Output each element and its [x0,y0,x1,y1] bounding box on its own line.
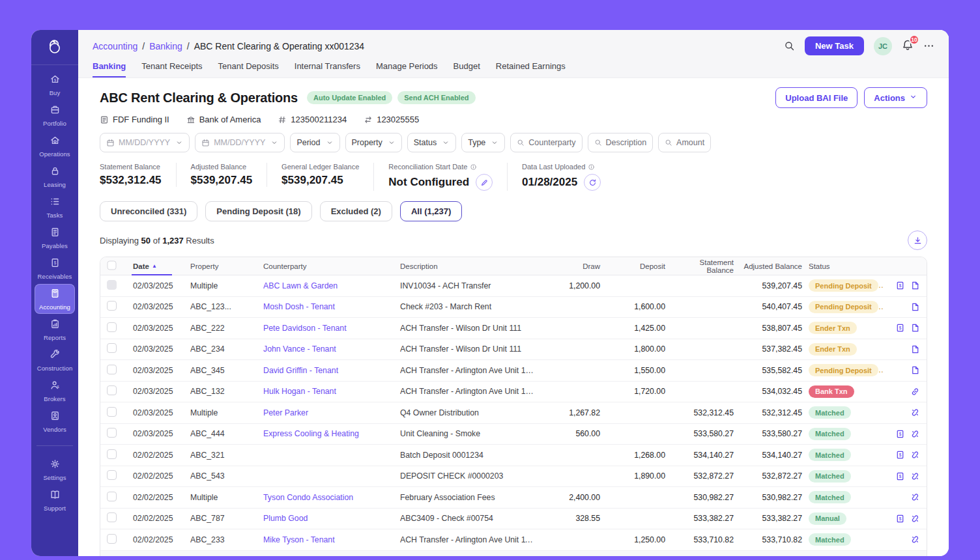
tab-budget[interactable]: Budget [454,61,480,77]
cell-counterparty[interactable]: John Vance - Tenant [263,344,400,354]
column-header-adjusted-balance[interactable]: Adjusted Balance [740,262,809,270]
sidebar-item-reports[interactable]: Reports [35,315,75,344]
sidebar-item-portfolio[interactable]: Portfolio [35,100,75,130]
file-icon[interactable] [910,323,920,333]
sidebar-item-leasing[interactable]: Leasing [35,161,75,191]
upload-bai-file-button[interactable]: Upload BAI File [775,87,857,108]
info-icon[interactable] [588,163,595,171]
tab-manage-periods[interactable]: Manage Periods [376,61,438,77]
row-checkbox[interactable] [107,449,117,459]
more-menu-icon[interactable] [923,40,934,51]
filter-dropdown-period[interactable]: Period [290,133,339,152]
pill-unreconciled-331[interactable]: Unreconciled (331) [100,201,197,221]
cell-counterparty[interactable]: Mosh Dosh - Tenant [263,302,400,311]
cell-counterparty[interactable]: David Griffin - Tenant [263,366,400,375]
unlink-icon[interactable] [910,535,920,544]
row-checkbox[interactable] [107,428,117,438]
breadcrumb-accounting[interactable]: Accounting [93,41,137,51]
row-checkbox[interactable] [107,365,117,374]
unlink-icon[interactable] [910,429,920,439]
date-to-input[interactable]: MM/DD/YYYY [195,133,285,152]
row-checkbox[interactable] [107,343,117,353]
sidebar-item-vendors[interactable]: Vendors [35,406,75,436]
tab-tenant-receipts[interactable]: Tenant Receipts [141,61,202,77]
receipt-icon[interactable]: $ [895,429,905,439]
unlink-icon[interactable] [910,514,920,524]
tab-tenant-deposits[interactable]: Tenant Deposits [218,61,279,77]
breadcrumb-banking[interactable]: Banking [149,41,182,51]
sidebar-item-receivables[interactable]: $Receivables [35,253,75,283]
tab-internal-transfers[interactable]: Internal Transfers [295,61,360,77]
column-header-statement-balance[interactable]: Statement Balance [672,259,740,274]
cell-counterparty[interactable]: Plumb Good [263,514,400,523]
sidebar-item-settings[interactable]: Settings [35,455,75,484]
pill-all-1-237[interactable]: All (1,237) [400,201,462,221]
filter-search-counterparty[interactable]: Counterparty [510,133,582,152]
row-checkbox[interactable] [107,534,117,544]
file-icon[interactable] [910,281,920,290]
row-checkbox[interactable] [107,407,117,417]
cell-counterparty[interactable]: Express Cooling & Heating [263,429,400,438]
receipt-icon[interactable]: $ [895,514,905,524]
sidebar-item-construction[interactable]: Construction [35,345,75,375]
refresh-button[interactable] [584,174,601,191]
filter-dropdown-type[interactable]: Type [461,133,505,152]
filter-search-amount[interactable]: Amount [658,133,711,152]
actions-button[interactable]: Actions [864,87,927,108]
receipt-icon[interactable]: $ [895,281,905,290]
select-all-checkbox[interactable] [108,261,117,270]
filter-dropdown-status[interactable]: Status [407,133,456,152]
pill-pending-deposit-18[interactable]: Pending Deposit (18) [205,201,311,221]
cell-counterparty[interactable]: Tyson Condo Association [263,493,400,502]
receipt-icon[interactable]: $ [895,450,905,460]
sidebar-item-buy[interactable]: $Buy [35,70,75,100]
row-checkbox[interactable] [107,470,117,480]
date-from-input[interactable]: MM/DD/YYYY [100,133,190,152]
link-icon[interactable] [910,387,920,397]
column-header-draw[interactable]: Draw [541,262,607,270]
sidebar-item-accounting[interactable]: Accounting [35,284,75,314]
sidebar-item-operations[interactable]: Operations [35,131,75,161]
cell-counterparty[interactable]: ABC Lawn & Garden [263,281,400,290]
sidebar-item-payables[interactable]: Payables [35,223,75,253]
unlink-icon[interactable] [910,492,920,502]
search-icon[interactable] [784,40,795,51]
file-icon[interactable] [910,365,920,375]
unlink-icon[interactable] [910,408,920,417]
sidebar-item-brokers[interactable]: $Brokers [35,376,75,406]
column-header-property[interactable]: Property [190,262,263,270]
tab-banking[interactable]: Banking [93,61,126,77]
cell-counterparty[interactable]: Pete Davidson - Tenant [263,324,400,333]
avatar[interactable]: JC [874,37,892,55]
pill-excluded-2[interactable]: Excluded (2) [320,201,392,221]
app-logo[interactable] [31,30,78,65]
receipt-icon[interactable]: $ [895,323,905,333]
info-icon[interactable] [470,163,477,171]
filter-dropdown-property[interactable]: Property [345,133,402,152]
column-header-deposit[interactable]: Deposit [607,262,672,270]
cell-counterparty[interactable]: Mike Tyson - Tenant [263,535,400,544]
cell-counterparty[interactable]: Peter Parker [263,408,400,417]
row-checkbox[interactable] [107,385,117,395]
export-download-button[interactable] [908,231,927,250]
row-checkbox[interactable] [107,512,117,522]
row-checkbox[interactable] [107,301,117,311]
column-header-status[interactable]: Status [809,262,884,270]
column-header-date[interactable]: Date▲ [133,257,190,275]
column-header-counterparty[interactable]: Counterparty [263,262,400,270]
sidebar-item-support[interactable]: Support [35,485,75,515]
edit-button[interactable] [476,174,493,191]
filter-search-description[interactable]: Description [588,133,654,152]
tab-retained-earnings[interactable]: Retained Earnings [496,61,566,77]
cell-counterparty[interactable]: Hulk Hogan - Tenant [263,387,400,396]
receipt-icon[interactable]: $ [895,471,905,481]
unlink-icon[interactable] [910,471,920,481]
file-icon[interactable] [910,302,920,312]
row-checkbox[interactable] [107,322,117,332]
file-icon[interactable] [910,344,920,354]
column-header-description[interactable]: Description [400,262,541,270]
row-checkbox[interactable] [107,492,117,501]
unlink-icon[interactable] [910,450,920,460]
sidebar-item-tasks[interactable]: Tasks [35,192,75,222]
notifications-button[interactable]: 10 [902,39,914,53]
